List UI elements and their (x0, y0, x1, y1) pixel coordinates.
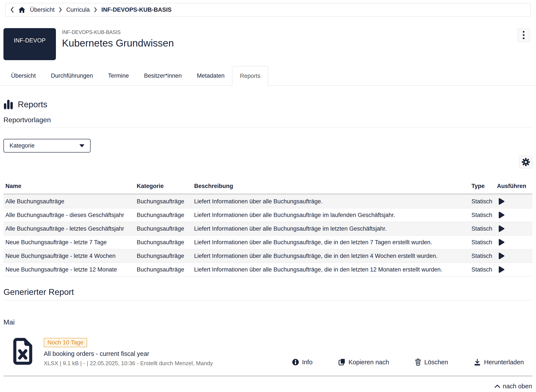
file-title: All booking orders - current fiscal year (44, 350, 213, 357)
gear-icon (522, 158, 530, 166)
category-select-label: Kategorie (10, 142, 35, 149)
run-report-button[interactable] (497, 239, 532, 246)
report-type: Statisch (471, 225, 497, 232)
chevron-up-icon (494, 384, 500, 388)
back-to-top-button[interactable]: nach oben (494, 383, 532, 390)
copy-to-button[interactable]: Kopieren nach (338, 359, 389, 366)
tab-termine[interactable]: Termine (100, 66, 136, 85)
tab-besitzerinnen[interactable]: Besitzer*innen (136, 66, 189, 85)
report-category: Buchungsaufträge (137, 212, 194, 219)
course-badge: INF-DEVOP (4, 28, 56, 60)
report-description: Liefert Informationen über alle Buchungs… (194, 212, 471, 219)
play-icon (498, 239, 505, 246)
table-row: Neue Buchungsaufträge - letzte 4 Wochen … (4, 249, 532, 263)
category-select[interactable]: Kategorie (4, 139, 91, 153)
run-report-button[interactable] (497, 225, 532, 232)
info-icon (292, 359, 299, 366)
info-label: Info (302, 359, 312, 366)
download-button[interactable]: Herunterladen (474, 359, 524, 366)
course-header: INF-DEVOP INF-DEVOPS-KUB-BASIS Kubernete… (0, 28, 536, 60)
column-header-beschreibung: Beschreibung (194, 183, 471, 190)
tab-metadaten[interactable]: Metadaten (189, 66, 232, 85)
report-templates-table: Name Kategorie Beschreibung Type Ausführ… (4, 181, 532, 276)
bottom-divider (4, 376, 532, 376)
report-name: Alle Buchungsaufträge - dieses Geschäfts… (4, 212, 137, 219)
chevron-right-icon (59, 7, 62, 13)
section-divider (4, 127, 532, 128)
download-label: Herunterladen (484, 359, 524, 366)
reports-heading: Reports (18, 100, 48, 109)
tab-reports[interactable]: Reports (232, 66, 268, 86)
trash-icon (415, 359, 421, 366)
delete-button[interactable]: Löschen (415, 359, 448, 366)
breadcrumb-current: INF-DEVOPS-KUB-BASIS (101, 6, 172, 13)
table-row: Alle Buchungsaufträge Buchungsaufträge L… (4, 195, 532, 208)
report-description: Liefert Informationen über alle Buchungs… (194, 198, 471, 205)
table-row: Neue Buchungsaufträge - letzte 7 Tage Bu… (4, 236, 532, 249)
report-category: Buchungsaufträge (137, 253, 194, 259)
more-options-button[interactable] (517, 28, 530, 42)
column-header-name: Name (4, 183, 137, 190)
download-icon (474, 359, 481, 366)
generated-report-heading: Generierter Report (4, 287, 532, 297)
kebab-icon (523, 31, 525, 33)
run-report-button[interactable] (497, 266, 532, 273)
section-divider (4, 300, 532, 300)
report-type: Statisch (471, 239, 497, 246)
report-description: Liefert Informationen über alle Buchungs… (194, 239, 471, 246)
play-icon (498, 266, 505, 273)
report-description: Liefert Informationen über alle Buchungs… (194, 266, 471, 273)
page-title: Kubernetes Grundwissen (62, 37, 174, 49)
file-meta: XLSX | 9.1 kB | - | 22.05.2025, 10:36 - … (44, 360, 213, 367)
home-icon[interactable] (18, 6, 26, 13)
column-header-type: Type (471, 183, 497, 190)
bar-chart-icon (4, 99, 14, 109)
breadcrumb-item-uebersicht[interactable]: Übersicht (30, 6, 55, 13)
table-settings-button[interactable] (519, 156, 532, 168)
play-icon (498, 252, 505, 260)
run-report-button[interactable] (497, 252, 532, 260)
back-to-top-label: nach oben (503, 383, 532, 390)
report-name: Alle Buchungsaufträge - letztes Geschäft… (4, 225, 137, 232)
report-description: Liefert Informationen über alle Buchungs… (194, 225, 471, 232)
tab-bar: Übersicht Durchführungen Termine Besitze… (0, 66, 536, 86)
generated-file-item: Noch 10 Tage All booking orders - curren… (4, 338, 532, 367)
play-icon (498, 225, 505, 232)
copy-icon (338, 359, 345, 366)
course-code: INF-DEVOPS-KUB-BASIS (62, 29, 174, 35)
month-label: Mai (4, 318, 532, 326)
breadcrumb: Übersicht Curricula INF-DEVOPS-KUB-BASIS (5, 3, 531, 16)
delete-label: Löschen (424, 359, 448, 366)
run-report-button[interactable] (497, 211, 532, 219)
report-templates-heading: Reportvorlagen (4, 116, 532, 124)
report-type: Statisch (471, 253, 497, 259)
chevron-down-icon (79, 144, 85, 147)
column-header-ausfuehren: Ausführen (497, 183, 532, 190)
play-icon (498, 198, 505, 205)
breadcrumb-item-curricula[interactable]: Curricula (66, 6, 90, 13)
report-name: Neue Buchungsaufträge - letzte 7 Tage (4, 239, 137, 246)
table-row: Neue Buchungsaufträge - letzte 12 Monate… (4, 263, 532, 276)
chevron-right-icon (94, 7, 97, 13)
report-category: Buchungsaufträge (137, 266, 194, 273)
report-category: Buchungsaufträge (137, 225, 194, 232)
back-button[interactable] (10, 7, 14, 13)
report-type: Statisch (471, 212, 497, 219)
report-name: Neue Buchungsaufträge - letzte 12 Monate (4, 266, 137, 273)
report-type: Statisch (471, 266, 497, 273)
info-button[interactable]: Info (292, 359, 312, 366)
chevron-left-icon (10, 7, 14, 13)
course-badge-label: INF-DEVOP (14, 37, 45, 44)
table-row: Alle Buchungsaufträge - letztes Geschäft… (4, 222, 532, 236)
expiry-badge: Noch 10 Tage (44, 338, 87, 347)
column-header-kategorie: Kategorie (137, 183, 194, 190)
play-icon (498, 211, 505, 219)
tab-durchfuehrungen[interactable]: Durchführungen (43, 66, 100, 85)
report-type: Statisch (471, 198, 497, 205)
tab-uebersicht[interactable]: Übersicht (4, 66, 43, 85)
report-name: Neue Buchungsaufträge - letzte 4 Wochen (4, 253, 137, 259)
report-category: Buchungsaufträge (137, 239, 194, 246)
run-report-button[interactable] (497, 198, 532, 205)
table-row: Alle Buchungsaufträge - dieses Geschäfts… (4, 208, 532, 222)
report-category: Buchungsaufträge (137, 198, 194, 205)
